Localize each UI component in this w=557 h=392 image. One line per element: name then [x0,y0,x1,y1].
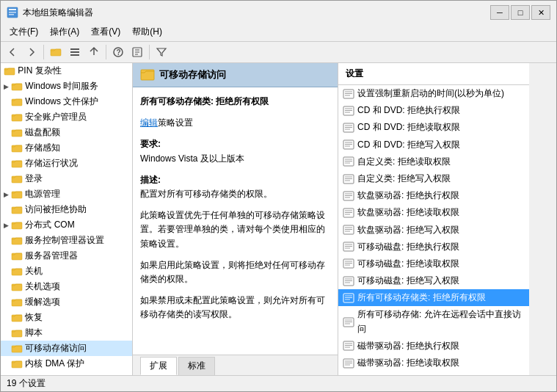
svg-rect-83 [343,294,354,302]
help-button[interactable]: ? [109,43,127,61]
close-button[interactable]: ✕ [531,5,550,20]
folder-icon-8 [11,173,23,185]
sidebar-item-scripts-label: 脚本 [25,327,43,339]
list-item[interactable]: 磁带驱动器: 拒绝读取权限 [338,355,529,371]
maximize-button[interactable]: □ [511,5,530,20]
svg-rect-2 [9,12,16,13]
main-content: PIN 复杂性 ▶ Windows 时间服务 Windows 文件保护 安全账户… [1,63,556,375]
filter-button[interactable] [153,43,170,61]
sidebar-item-shutdown[interactable]: 关机 [1,264,132,279]
svg-rect-18 [12,130,22,137]
list-item[interactable]: 所有可移动存储: 允许在远程会话中直接访问 [338,306,529,337]
list-item[interactable]: CD 和 DVD: 拒绝读取权限 [338,119,529,136]
sidebar-item-shutdown-options-label: 关机选项 [25,280,60,293]
view-button[interactable] [66,43,84,61]
policy-header-icon [140,68,155,82]
svg-rect-87 [343,318,354,327]
list-item[interactable]: 设置强制重新启动的时间(以秒为单位) [338,85,529,102]
sidebar-item-disk-quota-label: 磁盘配额 [25,126,60,139]
policy-main-title: 所有可移动存储类: 拒绝所有权限 [140,95,330,109]
expand-arrow-windows-time: ▶ [4,83,11,90]
sidebar-item-security[interactable]: 安全账户管理员 [1,109,132,125]
sidebar-item-storage-status[interactable]: 存储运行状况 [1,156,132,171]
svg-rect-59 [343,192,354,200]
window-icon [7,7,18,18]
minimize-button[interactable]: ─ [490,5,509,20]
tabs-bar: 扩展 标准 [133,355,338,375]
sidebar-item-windows-file[interactable]: Windows 文件保护 [1,94,132,109]
policy-header-title: 可移动存储访问 [159,68,226,81]
list-item-selected[interactable]: 所有可移动存储类: 拒绝所有权限 [338,289,529,306]
policy-body: 所有可移动存储类: 拒绝所有权限 编辑策略设置 要求: Windows Vist… [133,87,338,355]
folder-icon-4 [11,112,23,123]
sidebar-item-dcom-label: 分布式 COM [25,219,74,231]
svg-rect-7 [70,54,79,56]
list-item[interactable]: CD 和 DVD: 拒绝写入权限 [338,137,529,153]
svg-rect-23 [12,207,22,214]
tab-extended[interactable]: 扩展 [140,357,177,375]
sidebar-item-dcom[interactable]: ▶ 分布式 COM [1,217,132,233]
policy-para1-section: 此策略设置优先于任何单独的可移动存储策略设置。若要管理单独的类，请对每个类使用相… [140,208,330,251]
list-item[interactable]: 软盘驱动器: 拒绝写入权限 [338,222,529,239]
content-area: 可移动存储访问 所有可移动存储类: 拒绝所有权限 编辑策略设置 要求: Wind… [133,63,556,375]
policy-description-text: 配置对所有可移动存储类的权限。 [140,187,330,201]
sidebar-item-kernel-dma-label: 内核 DMA 保护 [25,357,84,370]
sidebar-item-windows-time[interactable]: ▶ Windows 时间服务 [1,79,132,94]
svg-rect-31 [12,330,22,337]
list-item[interactable]: 软盘驱动器: 拒绝读取权限 [338,204,529,221]
sidebar-item-login[interactable]: 登录 [1,171,132,186]
up-arrow-icon [88,46,100,58]
list-item[interactable]: 磁带驱动器: 拒绝执行权限 [338,338,529,355]
forward-button[interactable] [23,43,40,61]
list-item[interactable]: CD 和 DVD: 拒绝执行权限 [338,102,529,119]
svg-rect-14 [4,68,15,75]
sidebar-item-access-denied[interactable]: 访问被拒绝协助 [1,202,132,217]
sidebar-item-shutdown-options[interactable]: 关机选项 [1,279,132,294]
folder-icon-9 [11,189,23,200]
sidebar-item-recovery[interactable]: 恢复 [1,310,132,325]
folder-icon-17 [11,312,23,324]
sidebar-item-scripts[interactable]: 脚本 [1,325,132,341]
folder-icon-3 [11,96,23,108]
policy-main-title-section: 所有可移动存储类: 拒绝所有权限 [140,95,330,109]
sidebar-item-power[interactable]: ▶ 电源管理 [1,186,132,202]
list-item[interactable]: 可移动磁盘: 拒绝执行权限 [338,239,529,255]
svg-rect-75 [343,259,354,268]
sidebar-item-disk-quota[interactable]: 磁盘配额 [1,125,132,140]
sidebar-item-pin[interactable]: PIN 复杂性 [1,63,132,79]
svg-rect-91 [343,341,354,350]
list-item[interactable]: 软盘驱动器: 拒绝执行权限 [338,187,529,204]
svg-rect-19 [12,145,22,152]
up-button[interactable] [85,43,103,61]
sidebar-item-kernel-dma[interactable]: 内核 DMA 保护 [1,356,132,371]
list-item[interactable]: 自定义类: 拒绝写入权限 [338,170,529,187]
list-item[interactable]: 自定义类: 拒绝读取权限 [338,153,529,170]
menu-file[interactable]: 文件(F) [4,24,44,40]
policy-edit-suffix: 策略设置 [158,117,193,128]
svg-rect-4 [51,49,61,56]
folder-icon-7 [11,158,23,170]
folder-up-button[interactable] [47,43,65,61]
list-item[interactable]: 可移动磁盘: 拒绝读取权限 [338,255,529,272]
sidebar-item-removable-storage[interactable]: 可移动存储访问 [1,341,132,356]
back-button[interactable] [4,43,21,61]
sidebar-item-mitigation-label: 缓解选项 [25,296,60,308]
tab-standard[interactable]: 标准 [178,357,215,375]
sidebar-item-storage-sense[interactable]: 存储感知 [1,140,132,156]
svg-text:?: ? [117,48,121,57]
properties-button[interactable] [128,43,146,61]
policy-edit-link[interactable]: 编辑 [140,117,158,128]
sidebar-item-mitigation[interactable]: 缓解选项 [1,294,132,310]
sidebar-item-scm[interactable]: 服务控制管理器设置 [1,233,132,248]
policy-item-icon [343,173,354,185]
list-icon [69,46,81,58]
policy-list-items: 设置强制重新启动的时间(以秒为单位) CD 和 DVD: 拒绝执行权限 [338,85,529,375]
list-item[interactable]: 可移动磁盘: 拒绝写入权限 [338,272,529,289]
menu-action[interactable]: 操作(A) [44,24,85,40]
svg-rect-79 [343,277,354,286]
sidebar-item-server-manager[interactable]: 服务器管理器 [1,248,132,264]
policy-para2: 如果启用此策略设置，则将拒绝对任何可移动存储类的权限。 [140,258,330,286]
toolbar: ? [1,42,556,63]
menu-view[interactable]: 查看(V) [85,24,126,40]
menu-help[interactable]: 帮助(H) [126,24,168,40]
